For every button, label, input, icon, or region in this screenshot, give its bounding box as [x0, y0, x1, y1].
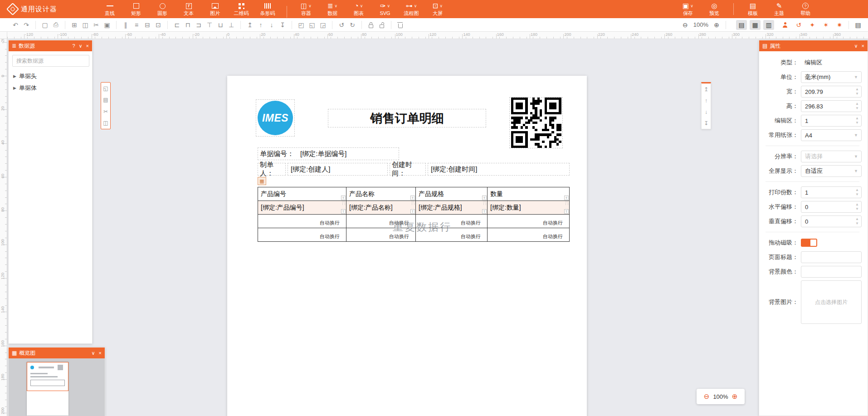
delete-binding-icon[interactable]: [412, 201, 414, 206]
repeat-cell[interactable]: 自动换行: [488, 215, 570, 228]
insert-element-button[interactable]: ◱: [103, 85, 108, 92]
bring-to-front-button[interactable]: ↥: [244, 20, 255, 30]
delete-binding-icon[interactable]: [483, 201, 486, 206]
stepper-icons[interactable]: ▲▼: [855, 87, 859, 96]
page-title-input[interactable]: [801, 251, 862, 263]
tool-image[interactable]: 图片: [203, 0, 227, 18]
copy-button[interactable]: ◫: [80, 20, 91, 30]
zoom-in-button[interactable]: ⊕: [711, 20, 722, 30]
rotate-left-button[interactable]: ↺: [336, 20, 347, 30]
expand-arrow-icon[interactable]: ▶: [13, 74, 16, 78]
move-to-bottom-button[interactable]: ↧: [704, 120, 708, 127]
align-top-button[interactable]: ⊤: [204, 20, 215, 30]
help-button[interactable]: ?帮助: [794, 0, 817, 18]
edit-area-input[interactable]: 1▲▼: [801, 115, 862, 127]
repeat-cell[interactable]: 自动换行: [346, 215, 416, 228]
debug-button[interactable]: ✶: [820, 20, 831, 30]
tool-rectangle[interactable]: 矩形: [124, 0, 148, 18]
text-tool-badge[interactable]: T: [564, 196, 569, 200]
header-cell[interactable]: 数量T: [488, 187, 570, 201]
redo-button[interactable]: ↷: [21, 20, 32, 30]
text-tool-badge[interactable]: T: [482, 196, 487, 200]
table-settings-handle[interactable]: ▦: [258, 177, 266, 185]
collapse-icon[interactable]: ∨: [854, 43, 858, 49]
text-tool-badge[interactable]: T: [564, 209, 569, 214]
drag-snap-toggle[interactable]: [801, 239, 817, 247]
toggle-datasource-panel-button[interactable]: ▤: [736, 20, 747, 30]
band-paste-button[interactable]: ◫: [103, 120, 108, 126]
center-horizontal-button[interactable]: ⊟: [142, 20, 153, 30]
collapse-icon[interactable]: ∨: [79, 43, 83, 49]
stepper-icons[interactable]: ▲▼: [855, 188, 859, 197]
bring-forward-button[interactable]: ↑: [255, 20, 266, 30]
align-middle-button[interactable]: ⊔: [215, 20, 226, 30]
tool-flowchart[interactable]: ⊶∨流程图: [400, 0, 423, 18]
text-tool-badge[interactable]: T: [482, 209, 487, 214]
repeat-cell[interactable]: 自动换行: [258, 215, 346, 228]
text-tool-badge[interactable]: T: [341, 209, 346, 214]
logo-element[interactable]: IMES: [256, 99, 295, 137]
qr-code-element[interactable]: [509, 97, 563, 148]
delete-binding-icon[interactable]: [566, 201, 568, 206]
fullscreen-select[interactable]: 自适应▼: [801, 165, 862, 177]
user-button[interactable]: [780, 20, 790, 30]
binding-cell[interactable]: [绑定:产品名称]T: [346, 201, 416, 215]
undo-button[interactable]: ↶: [10, 20, 21, 30]
field-creator-label[interactable]: 制单人：: [258, 163, 286, 176]
bug-button[interactable]: ✷: [834, 20, 845, 30]
header-cell[interactable]: 产品编号T: [258, 187, 346, 201]
binding-cell[interactable]: [绑定:产品规格]T: [416, 201, 488, 215]
send-backward-button[interactable]: ↓: [266, 20, 277, 30]
merge-button[interactable]: ◲: [317, 20, 328, 30]
tool-circle[interactable]: 圆形: [151, 0, 174, 18]
clone-button[interactable]: ⊞: [69, 20, 80, 30]
group-button[interactable]: ◰: [296, 20, 307, 30]
rotate-right-button[interactable]: ↻: [347, 20, 358, 30]
theme-button[interactable]: ✎主题: [767, 0, 791, 18]
help-icon[interactable]: ?: [72, 43, 75, 49]
binding-cell[interactable]: [绑定:产品编号]T: [258, 201, 346, 215]
stepper-icons[interactable]: ▲▼: [855, 202, 859, 211]
cut-button[interactable]: ✂: [91, 20, 102, 30]
magic-wand-button[interactable]: ✦: [807, 20, 818, 30]
center-vertical-button[interactable]: ⊡: [153, 20, 164, 30]
align-left-button[interactable]: ⊏: [171, 20, 182, 30]
stepper-icons[interactable]: ▲▼: [855, 217, 859, 226]
preview-button[interactable]: ◎预览: [702, 0, 726, 18]
tree-item-doc-header[interactable]: ▶ 单据头: [9, 70, 92, 82]
header-cell[interactable]: 产品名称T: [346, 187, 416, 201]
datasource-search-input[interactable]: [12, 55, 89, 67]
save-button[interactable]: ▣∨保存: [676, 0, 700, 18]
stepper-icons[interactable]: ▲▼: [855, 102, 859, 111]
tree-item-doc-body[interactable]: ▶ 单据体: [9, 82, 92, 94]
delete-button[interactable]: [395, 20, 406, 30]
tool-bigscreen[interactable]: ⊡∨大屏: [426, 0, 449, 18]
overview-page-thumbnail[interactable]: [27, 362, 68, 416]
repeat-cell[interactable]: 自动换行: [346, 228, 416, 242]
text-tool-badge[interactable]: T: [341, 196, 346, 200]
tool-container[interactable]: ◫∨容器: [294, 0, 318, 18]
overview-viewport-indicator[interactable]: [27, 362, 68, 391]
delete-binding-icon[interactable]: [342, 201, 345, 206]
distribute-horizontal-button[interactable]: ∥: [120, 20, 131, 30]
print-copies-input[interactable]: 1▲▼: [801, 186, 862, 198]
tool-svg[interactable]: ✑∨SVG: [373, 0, 397, 18]
layers-panel-button[interactable]: ▤: [853, 20, 863, 30]
history-button[interactable]: ↺: [793, 20, 804, 30]
unit-select[interactable]: 毫米(mm)▼: [801, 71, 862, 83]
text-tool-badge[interactable]: T: [410, 209, 415, 214]
paste-button[interactable]: ▣: [102, 20, 112, 30]
new-page-button[interactable]: ▢: [39, 20, 50, 30]
close-icon[interactable]: ×: [86, 43, 89, 49]
close-icon[interactable]: ×: [862, 43, 864, 49]
background-color-input[interactable]: [801, 266, 862, 278]
background-image-picker[interactable]: 点击选择图片: [801, 280, 862, 324]
band-cut-button[interactable]: ✂: [103, 108, 108, 115]
repeat-cell[interactable]: 自动换行: [488, 228, 570, 242]
tool-line[interactable]: 直线: [98, 0, 122, 18]
tool-data[interactable]: ≣∨数据: [321, 0, 344, 18]
band-list-button[interactable]: ▤: [103, 97, 108, 103]
move-up-button[interactable]: ↑: [705, 98, 707, 104]
design-page[interactable]: IMES 销售订单明细 单据编号： [绑定:单据编号] 制单人： [绑定:创建人…: [227, 76, 587, 416]
width-input[interactable]: 209.79▲▼: [801, 86, 862, 98]
